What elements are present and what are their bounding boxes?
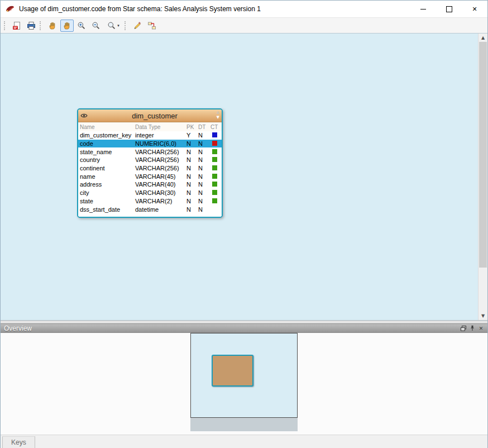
table-row[interactable]: address VARCHAR(40) N N <box>78 180 222 189</box>
export-pdf-icon <box>12 21 21 30</box>
row-ct <box>209 165 222 171</box>
row-pk: N <box>185 181 197 188</box>
overview-content <box>1 333 487 435</box>
table-row[interactable]: city VARCHAR(30) N N <box>78 189 222 197</box>
tab-keys[interactable]: Keys <box>2 436 35 448</box>
row-ct <box>209 189 222 196</box>
row-datatype: VARCHAR(30) <box>133 189 185 196</box>
table-row[interactable]: dss_start_date datetime N N <box>78 205 222 213</box>
app-window: Usage of dim_customer.code from Star sch… <box>0 0 488 448</box>
ct-color-swatch <box>212 182 217 187</box>
row-dt: N <box>197 198 209 204</box>
scroll-up-icon[interactable]: ▲ <box>217 110 219 115</box>
row-pk: N <box>185 198 197 204</box>
row-pk: N <box>185 156 197 163</box>
row-name: continent <box>78 165 133 171</box>
row-ct <box>209 181 222 188</box>
row-datatype: VARCHAR(256) <box>133 165 185 171</box>
diagram-canvas[interactable]: dim_customer ▲ ▼ Name Data Type PK DT CT… <box>1 34 487 321</box>
ct-color-swatch <box>212 157 217 162</box>
row-datatype: VARCHAR(256) <box>133 156 185 163</box>
row-datatype: VARCHAR(45) <box>133 173 185 180</box>
row-datatype: VARCHAR(256) <box>133 149 185 155</box>
pan-hand-icon <box>48 21 57 30</box>
row-dt: N <box>197 149 209 155</box>
print-icon <box>27 21 36 30</box>
close-button[interactable]: ✕ <box>462 1 487 17</box>
float-panel-button[interactable] <box>459 325 467 332</box>
table-row[interactable]: name VARCHAR(45) N N <box>78 172 222 180</box>
col-header-datatype: Data Type <box>133 124 185 130</box>
zoom-out-icon <box>92 21 101 30</box>
ct-color-swatch <box>212 174 217 179</box>
bottom-tab-bar: Keys <box>1 435 487 448</box>
maximize-button[interactable] <box>436 1 462 17</box>
edit-button[interactable] <box>131 20 144 32</box>
export-pdf-button[interactable] <box>10 20 23 32</box>
zoom-level-button[interactable]: ▾ <box>104 20 123 32</box>
row-dt: N <box>197 132 209 139</box>
row-ct <box>209 173 222 180</box>
row-name: code <box>78 140 133 147</box>
table-row[interactable]: continent VARCHAR(256) N N <box>78 164 222 173</box>
toolbar-gripper <box>4 21 7 30</box>
entity-scroll-arrows[interactable]: ▲ ▼ <box>217 110 219 120</box>
pin-icon <box>470 325 475 331</box>
row-ct <box>209 198 222 204</box>
print-button[interactable] <box>25 20 38 32</box>
row-dt: N <box>197 140 209 147</box>
relationships-icon <box>147 21 156 30</box>
pan-hand-button[interactable] <box>46 20 59 32</box>
row-pk: N <box>185 149 197 155</box>
row-ct <box>209 149 222 155</box>
relationships-button[interactable] <box>145 20 159 32</box>
row-name: state_name <box>78 149 133 155</box>
eye-icon[interactable] <box>80 113 88 118</box>
minimap-entity <box>212 355 253 387</box>
scrollbar-up-button[interactable]: ▲ <box>479 34 487 42</box>
pin-panel-button[interactable] <box>468 325 476 332</box>
close-panel-button[interactable]: ✕ <box>477 325 485 332</box>
row-dt: N <box>197 181 209 188</box>
table-row[interactable]: state VARCHAR(2) N N <box>78 197 222 206</box>
row-pk: N <box>185 165 197 171</box>
minimize-button[interactable] <box>410 1 436 17</box>
zoom-level-icon <box>107 21 116 30</box>
window-title: Usage of dim_customer.code from Star sch… <box>19 5 410 13</box>
row-datatype: datetime <box>133 206 185 213</box>
ct-color-swatch <box>212 198 217 203</box>
row-dt: N <box>197 165 209 171</box>
table-row[interactable]: dim_customer_key integer Y N <box>78 131 222 140</box>
row-datatype: NUMERIC(6,0) <box>133 140 185 147</box>
zoom-in-button[interactable] <box>75 20 88 32</box>
overview-minimap[interactable] <box>190 333 298 418</box>
row-datatype: VARCHAR(2) <box>133 198 185 204</box>
row-datatype: VARCHAR(40) <box>133 181 185 188</box>
row-name: address <box>78 181 133 188</box>
entity-title: dim_customer <box>88 112 222 120</box>
row-dt: N <box>197 173 209 180</box>
overview-header: Overview ✕ <box>1 323 487 333</box>
row-ct <box>209 140 222 147</box>
scrollbar-thumb[interactable] <box>479 42 487 268</box>
float-panel-icon <box>461 326 466 331</box>
app-logo-icon <box>5 4 15 14</box>
entity-dim-customer[interactable]: dim_customer ▲ ▼ Name Data Type PK DT CT… <box>77 108 223 218</box>
table-row[interactable]: code NUMERIC(6,0) N N <box>78 140 222 148</box>
zoom-out-button[interactable] <box>89 20 103 32</box>
row-ct <box>209 156 222 163</box>
table-row[interactable]: country VARCHAR(256) N N <box>78 156 222 164</box>
col-header-ct: CT <box>209 124 222 130</box>
entity-header[interactable]: dim_customer ▲ ▼ <box>78 109 222 122</box>
table-bottom-pad <box>78 213 222 217</box>
pan-hand-selected-button[interactable] <box>60 20 74 32</box>
scroll-down-icon[interactable]: ▼ <box>217 115 219 120</box>
minimize-icon <box>420 9 426 9</box>
toolbar-gripper <box>40 21 42 30</box>
row-dt: N <box>197 189 209 196</box>
scrollbar-down-button[interactable]: ▼ <box>479 312 487 320</box>
toolbar-gripper <box>125 21 127 30</box>
vertical-scrollbar[interactable]: ▲ ▼ <box>478 34 487 320</box>
row-pk: Y <box>185 132 197 139</box>
table-row[interactable]: state_name VARCHAR(256) N N <box>78 147 222 156</box>
